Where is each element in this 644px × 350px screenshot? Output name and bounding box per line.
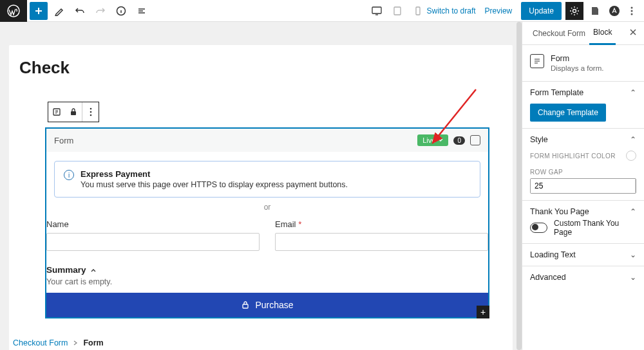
block-toolbar bbox=[48, 102, 99, 122]
mobile-preview-icon[interactable] bbox=[409, 2, 427, 20]
info-icon[interactable] bbox=[112, 2, 130, 20]
svg-point-9 bbox=[631, 13, 633, 15]
preview-link[interactable]: Preview bbox=[485, 6, 513, 15]
rowgap-input[interactable] bbox=[531, 179, 635, 193]
redo-icon[interactable] bbox=[91, 2, 109, 20]
svg-point-12 bbox=[90, 108, 91, 110]
svg-point-7 bbox=[631, 6, 633, 8]
more-menu-icon[interactable] bbox=[625, 6, 639, 16]
svg-rect-4 bbox=[416, 7, 420, 15]
custom-thankyou-label: Custom Thank You Page bbox=[554, 219, 636, 237]
svg-point-8 bbox=[631, 10, 633, 12]
summary-toggle[interactable]: Summary bbox=[46, 265, 488, 275]
page-title[interactable]: Check bbox=[19, 58, 70, 78]
svg-rect-15 bbox=[243, 304, 248, 308]
update-button[interactable]: Update bbox=[521, 2, 562, 20]
block-description: Displays a form. bbox=[551, 64, 603, 72]
chevron-down-icon bbox=[438, 138, 443, 143]
panel-loading-text[interactable]: Loading Text⌄ bbox=[530, 250, 636, 259]
block-type-icon[interactable] bbox=[48, 102, 65, 122]
add-block-fab[interactable]: + bbox=[477, 306, 489, 318]
chevron-right-icon bbox=[73, 340, 78, 345]
svg-point-14 bbox=[90, 115, 91, 116]
tab-post[interactable]: Checkout Form bbox=[529, 22, 589, 45]
outline-icon[interactable] bbox=[133, 2, 151, 20]
express-text: You must serve this page over HTTPS to d… bbox=[80, 180, 348, 189]
cart-empty-text: Your cart is empty. bbox=[46, 277, 488, 286]
chevron-down-icon: ⌄ bbox=[630, 273, 636, 282]
undo-icon[interactable] bbox=[71, 2, 89, 20]
settings-sidebar: Checkout Form Block Form Displays a form… bbox=[522, 22, 644, 350]
panel-form-template[interactable]: Form Template⌃ bbox=[530, 88, 636, 97]
form-block-icon bbox=[530, 54, 544, 68]
chevron-up-icon: ⌃ bbox=[630, 207, 636, 216]
breadcrumb-root[interactable]: Checkout Form bbox=[13, 338, 68, 347]
custom-thankyou-toggle[interactable] bbox=[530, 223, 547, 233]
svg-rect-11 bbox=[71, 111, 76, 115]
add-block-button[interactable] bbox=[30, 2, 48, 20]
block-title: Form bbox=[551, 54, 603, 63]
form-block[interactable]: Form Live 0 i Express Payment bbox=[45, 127, 489, 318]
form-block-label: Form bbox=[54, 136, 73, 145]
items-count-badge: 0 bbox=[453, 136, 465, 145]
chevron-up-icon bbox=[90, 267, 97, 273]
panel-thank-you[interactable]: Thank You Page⌃ bbox=[530, 207, 636, 216]
edit-tool-icon[interactable] bbox=[50, 2, 68, 20]
chevron-up-icon: ⌃ bbox=[630, 135, 636, 144]
desktop-preview-icon[interactable] bbox=[368, 2, 386, 20]
name-label: Name bbox=[46, 219, 260, 229]
info-circle-icon: i bbox=[64, 170, 74, 180]
plugin-icon-1[interactable] bbox=[586, 2, 604, 20]
close-sidebar-icon[interactable] bbox=[629, 28, 638, 39]
live-mode-badge[interactable]: Live bbox=[417, 134, 448, 146]
purchase-button[interactable]: Purchase + bbox=[46, 293, 488, 317]
svg-point-13 bbox=[90, 111, 91, 113]
express-title: Express Payment bbox=[80, 169, 348, 179]
email-input[interactable] bbox=[275, 233, 488, 251]
lock-icon[interactable] bbox=[65, 102, 82, 122]
name-input[interactable] bbox=[46, 233, 260, 251]
highlight-color-label: FORM HIGHLIGHT COLOR bbox=[530, 152, 616, 160]
tablet-preview-icon[interactable] bbox=[388, 2, 406, 20]
svg-rect-2 bbox=[372, 7, 381, 14]
lock-icon bbox=[241, 300, 250, 309]
settings-gear-icon[interactable] bbox=[565, 2, 583, 20]
svg-point-5 bbox=[573, 9, 576, 12]
switch-to-draft-link[interactable]: Switch to draft bbox=[427, 6, 476, 15]
breadcrumb-current: Form bbox=[83, 338, 103, 347]
svg-point-6 bbox=[609, 6, 620, 16]
change-template-button[interactable]: Change Template bbox=[530, 104, 606, 122]
form-block-header: Form Live 0 bbox=[46, 129, 488, 152]
panel-style[interactable]: Style⌃ bbox=[530, 135, 636, 144]
tab-block[interactable]: Block bbox=[589, 22, 616, 45]
panel-advanced[interactable]: Advanced⌄ bbox=[530, 273, 636, 282]
plugin-icon-2[interactable] bbox=[605, 2, 623, 20]
rowgap-label: ROW GAP bbox=[530, 169, 563, 176]
rowgap-unit[interactable]: PX bbox=[635, 179, 636, 193]
express-payment-notice: i Express Payment You must serve this pa… bbox=[54, 161, 480, 198]
breadcrumb: Checkout Form Form bbox=[13, 338, 104, 347]
chevron-up-icon: ⌃ bbox=[630, 88, 636, 97]
chevron-down-icon: ⌄ bbox=[630, 250, 636, 259]
block-more-icon[interactable] bbox=[82, 102, 99, 122]
color-swatch[interactable] bbox=[626, 151, 636, 161]
wp-logo[interactable] bbox=[0, 0, 27, 22]
cart-icon[interactable] bbox=[470, 135, 480, 145]
svg-rect-3 bbox=[394, 7, 401, 15]
or-separator: or bbox=[46, 203, 488, 212]
email-label: Email * bbox=[275, 219, 488, 229]
block-card: Form Displays a form. bbox=[530, 51, 636, 75]
